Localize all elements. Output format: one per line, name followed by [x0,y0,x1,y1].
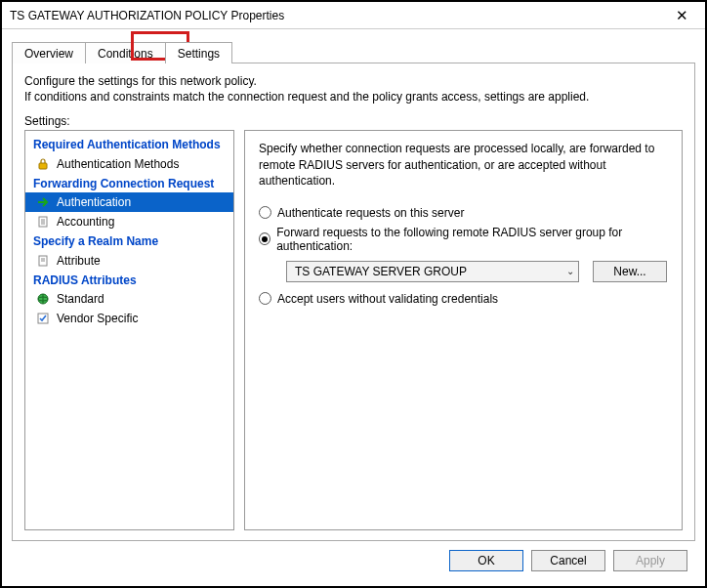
tree-item-authentication[interactable]: Authentication [25,192,233,212]
server-group-combobox[interactable]: TS GATEWAY SERVER GROUP ⌄ [286,261,579,282]
checkbox-icon [35,311,51,326]
radio-icon [259,292,271,305]
document-icon [35,253,51,269]
lock-icon [35,156,51,172]
tree-label: Authentication [57,195,131,209]
tree-item-vendor-specific[interactable]: Vendor Specific [25,309,233,328]
new-button[interactable]: New... [593,261,667,282]
svg-rect-0 [39,163,47,169]
apply-button[interactable]: Apply [613,550,687,571]
combobox-value: TS GATEWAY SERVER GROUP [295,265,467,278]
intro-text: Configure the settings for this network … [24,73,683,105]
tree-item-accounting[interactable]: Accounting [25,212,233,231]
close-icon[interactable]: ✕ [664,7,699,24]
split-container: Required Authentication Methods Authenti… [24,130,683,530]
server-group-row: TS GATEWAY SERVER GROUP ⌄ New... [286,261,668,282]
panel-description: Specify whether connection requests are … [259,141,668,189]
tab-panel-settings: Configure the settings for this network … [12,63,695,541]
intro-line2: If conditions and constraints match the … [24,90,589,104]
tree-item-auth-methods[interactable]: Authentication Methods [25,154,233,174]
radio-authenticate-local[interactable]: Authenticate requests on this server [259,206,668,220]
settings-tree: Required Authentication Methods Authenti… [24,130,234,530]
tab-overview[interactable]: Overview [12,42,86,63]
arrow-right-icon [35,194,51,210]
tab-conditions[interactable]: Conditions [85,42,166,63]
globe-icon [35,291,51,307]
tab-row: Overview Conditions Settings [12,37,695,63]
settings-label: Settings: [24,114,683,128]
radio-label: Authenticate requests on this server [277,206,464,220]
intro-line1: Configure the settings for this network … [24,74,257,88]
radio-label: Forward requests to the following remote… [276,226,668,253]
tree-cat-required-auth: Required Authentication Methods [25,135,233,153]
dialog-window: TS GATEWAY AUTHORIZATION POLICY Properti… [0,0,707,588]
cancel-button[interactable]: Cancel [531,550,605,571]
radio-forward-remote[interactable]: Forward requests to the following remote… [259,226,668,253]
titlebar: TS GATEWAY AUTHORIZATION POLICY Properti… [2,2,705,29]
tab-settings[interactable]: Settings [165,42,232,63]
tree-item-standard[interactable]: Standard [25,289,233,309]
ok-button[interactable]: OK [449,550,523,571]
dialog-footer: OK Cancel Apply [12,541,695,580]
tree-item-attribute[interactable]: Attribute [25,251,233,271]
tree-cat-radius: RADIUS Attributes [25,271,233,289]
tree-label: Attribute [57,254,101,268]
radio-accept-without-validation[interactable]: Accept users without validating credenti… [259,292,668,306]
chevron-down-icon: ⌄ [566,266,574,276]
window-title: TS GATEWAY AUTHORIZATION POLICY Properti… [10,9,284,22]
tree-cat-realm: Specify a Realm Name [25,231,233,250]
tree-label: Authentication Methods [57,157,179,171]
tree-label: Vendor Specific [57,312,138,325]
radio-icon [259,232,270,245]
tree-cat-forwarding: Forwarding Connection Request [25,174,233,192]
radio-label: Accept users without validating credenti… [277,292,498,306]
radio-icon [259,206,271,219]
detail-panel: Specify whether connection requests are … [244,130,683,530]
document-icon [35,214,51,230]
tree-label: Standard [57,292,104,306]
tree-label: Accounting [57,215,114,229]
dialog-body: Overview Conditions Settings Configure t… [2,29,705,586]
